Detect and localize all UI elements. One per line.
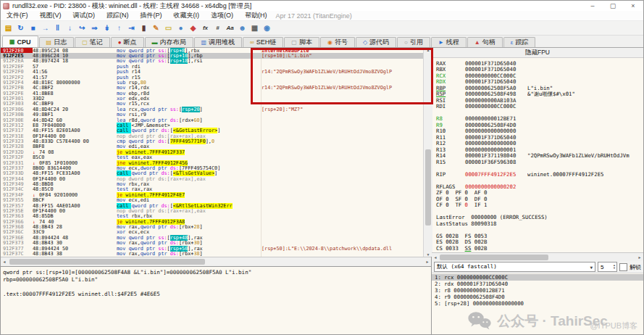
step-over-icon[interactable]: ↪ [77, 22, 88, 33]
register-row[interactable]: R100000000000000000 [432, 128, 643, 135]
register-row[interactable]: LastError 00000000 (ERROR_SUCCESS) [432, 215, 643, 221]
tab-cpu[interactable]: ▦CPU [2, 36, 38, 47]
minimize-button[interactable]: – [582, 2, 603, 9]
tab-threads[interactable]: ►线程 [431, 37, 467, 47]
register-row[interactable]: OF 0 SF 0 DF 0 [432, 196, 643, 202]
pause-icon[interactable]: ‖ [52, 22, 63, 33]
argument-row[interactable]: 2: rdx 000001F371D65040 [432, 281, 643, 287]
register-row[interactable]: R9000000062508F4D0 [432, 122, 643, 128]
menu-item[interactable]: 视图(V) [34, 11, 67, 20]
step-out-icon[interactable]: ↑ [114, 22, 125, 33]
arg-count-stepper[interactable]: 5 ▲▼ [598, 262, 617, 272]
scroll-right-arrow[interactable]: ► [636, 253, 643, 262]
open-file-icon[interactable]: ▤ [3, 22, 14, 33]
skip-icon[interactable]: ↡ [101, 22, 112, 33]
scrollbar-thumb[interactable] [9, 259, 205, 265]
register-row[interactable]: RAX000001F371D65040 [432, 60, 643, 67]
register-row[interactable]: CF 0 TF 0 IF 1 [432, 202, 643, 209]
register-row[interactable]: CS 0033 SS 002B [432, 245, 643, 252]
menu-item[interactable]: 收藏夹(I) [168, 11, 206, 20]
scrollbar-thumb[interactable] [425, 149, 431, 226]
register-row[interactable] [432, 208, 643, 215]
fx-icon[interactable]: fx [200, 22, 211, 33]
restart-icon[interactable]: ↻ [15, 22, 26, 33]
arguments-list[interactable]: 1: rcx 0000000000CC000C2: rdx 000001F371… [432, 273, 643, 308]
unlock-checkbox[interactable] [619, 263, 627, 271]
register-row[interactable]: LastStatus 80090318 [432, 220, 643, 227]
register-row[interactable] [432, 109, 643, 116]
register-row[interactable]: R8000000000012BE71 [432, 116, 643, 123]
stepper-arrows-icon[interactable]: ▲▼ [613, 264, 616, 270]
menu-item[interactable]: 插件(P) [135, 11, 168, 20]
register-row[interactable]: R14000001F371198040"2QPmRSwOy3WAFb1ZLWeV… [432, 153, 643, 160]
stop-icon[interactable]: ■ [28, 22, 38, 33]
scroll-right-arrow[interactable]: ► [424, 257, 431, 266]
execute-till-return-icon[interactable]: ⇒ [89, 22, 100, 33]
tab-log[interactable]: ▤日志 [39, 37, 75, 47]
menu-item[interactable]: 跟踪(N) [101, 11, 135, 20]
argument-row[interactable]: 4: r9 000000062508F4D0 [432, 294, 643, 300]
log-book-icon[interactable]: ▮ [138, 22, 149, 33]
scroll-left-arrow[interactable]: ◄ [1, 257, 8, 266]
pencil-icon[interactable]: ✎ [151, 22, 162, 33]
register-row[interactable]: RDI0000000000CC000C [432, 104, 643, 110]
font-case-icon[interactable]: Aa [225, 22, 235, 33]
menu-item[interactable]: 调试(D) [67, 11, 101, 20]
close-button[interactable]: × [623, 2, 643, 9]
argument-row[interactable]: 5: [rsp+28] 0000000080000000 [432, 300, 643, 307]
register-row[interactable]: R15000001F36F596308 [432, 159, 643, 165]
register-row[interactable]: GS 002B FS 0053 [432, 233, 643, 239]
help-icon[interactable]: ◉ [262, 22, 272, 33]
disassembly-vertical-scrollbar[interactable]: ▲ ▼ [423, 48, 432, 257]
register-row[interactable]: RFLAGS0000000000000202 [432, 183, 643, 190]
register-row[interactable]: R120000000000000000 [432, 141, 643, 147]
tab-source[interactable]: ◇源代码 [356, 37, 396, 47]
tab-references[interactable]: ○引用 [397, 37, 430, 47]
menu-item[interactable]: 选项(O) [205, 11, 239, 20]
register-row[interactable]: RSP000000062508F498&"谢u啪憬$#\x01" [432, 91, 643, 98]
run-to-user-code-icon[interactable]: ⇥ [126, 22, 137, 33]
maximize-button[interactable]: ▢ [603, 2, 623, 9]
hide-fpu-button[interactable]: 隐藏FPU [432, 48, 643, 58]
disassembly-view[interactable]: 912F2E048:895C24 08mov qword ptr ss:[rsp… [1, 48, 423, 257]
register-row[interactable]: ES 002B DS 002B [432, 239, 643, 246]
user-icon[interactable]: ☻ [237, 22, 248, 33]
calculator-icon[interactable]: ▦ [249, 22, 260, 33]
step-into-icon[interactable]: ↓ [64, 22, 75, 33]
scroll-left-arrow[interactable]: ◄ [432, 253, 439, 262]
register-row[interactable] [432, 227, 643, 233]
register-row[interactable]: R11000001F371D65040 [432, 134, 643, 141]
tab-notes[interactable]: ▢笔记 [75, 37, 110, 47]
disasm-row[interactable]: 912F37C48:8B43 38mov rax,qword ptr ds:[r… [1, 251, 423, 256]
hash-icon[interactable]: # [212, 22, 223, 33]
registers-view[interactable]: RAX000001F371D65040RBX000001F371D65040RC… [432, 58, 643, 252]
register-row[interactable]: RBX000001F371D65040 [432, 67, 643, 73]
register-row[interactable]: RIP00007FFF4912F2E5wininet.00007FFF4912F… [432, 171, 643, 178]
argument-row[interactable]: 1: rcx 0000000000CC000C [432, 274, 643, 281]
disassembly-horizontal-scrollbar[interactable]: ◄ ► [1, 257, 431, 266]
tab-trace[interactable]: ε跟踪 [503, 37, 536, 47]
register-row[interactable]: RSI0000000000AB103A [432, 97, 643, 104]
tab-call-stack[interactable]: ▥调用堆栈 [194, 37, 243, 47]
run-icon[interactable]: → [40, 22, 51, 33]
calling-convention-dropdown[interactable]: 默认 (x64 fastcall) ▼ [434, 262, 595, 272]
register-row[interactable]: R130000000000000001 [432, 146, 643, 153]
tab-script[interactable]: ▢脚本 [284, 37, 319, 47]
tab-memory-map[interactable]: ▬内存布局 [145, 37, 193, 47]
register-row[interactable] [432, 165, 643, 172]
notes-icon[interactable]: ▭ [163, 22, 174, 33]
tab-breakpoints[interactable]: ●断点 [111, 37, 144, 47]
register-row[interactable]: RDX000001F371D65040 [432, 79, 643, 86]
menu-item[interactable]: 帮助(H) [239, 11, 273, 20]
tab-symbols[interactable]: ◉符号 [320, 37, 355, 47]
argument-row[interactable]: 3: r8 000000000012BE71 [432, 287, 643, 294]
eraser-icon[interactable]: ◆ [188, 22, 198, 33]
tab-seh[interactable]: ∞SEH链 [243, 37, 283, 47]
patches-icon[interactable]: ● [175, 22, 186, 33]
scrollbar-thumb[interactable] [440, 255, 548, 260]
registers-horizontal-scrollbar[interactable]: ◄ ► [432, 252, 643, 261]
register-row[interactable]: ZF 0 PF 0 AF 0 [432, 190, 643, 197]
register-row[interactable]: RCX0000000000CC000C [432, 73, 643, 79]
menu-item[interactable]: 文件(F) [1, 11, 34, 20]
scroll-up-arrow[interactable]: ▲ [424, 48, 432, 52]
